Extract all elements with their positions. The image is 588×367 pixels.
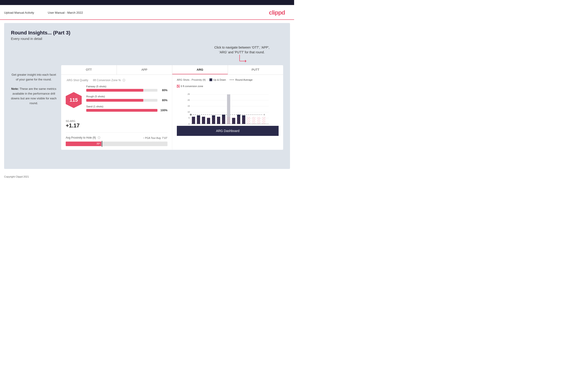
- prox-label: Avg Proximity to Hole (ft) ⓘ: [66, 136, 100, 140]
- top-bar: [0, 0, 294, 5]
- svg-text:8: 8: [264, 114, 265, 116]
- prox-bar-track: 77': [66, 142, 167, 146]
- chart-svg: 0 5 10 15 20 25: [177, 89, 279, 126]
- legend-round-avg: Round Average: [235, 78, 253, 81]
- annotation-text: Click to navigate between 'OTT', 'APP','…: [214, 45, 269, 55]
- bar-pct-sand: 100%: [159, 109, 167, 112]
- sg-label: SG ARG: [66, 120, 167, 122]
- proximity-section: Avg Proximity to Hole (ft) ⓘ ↑ PGA Tour …: [66, 133, 167, 146]
- copyright: Copyright Clippd 2021: [0, 172, 294, 181]
- tab-arg[interactable]: ARG: [172, 65, 228, 75]
- svg-rect-20: [192, 117, 195, 124]
- bar-pct-rough: 80%: [159, 99, 167, 102]
- svg-rect-38: [237, 117, 240, 124]
- bar-row-fairway: Fairway (5 shots) 80%: [86, 85, 167, 92]
- page-title: Round Insights... (Part 3): [11, 30, 283, 36]
- tab-ott[interactable]: OTT: [61, 65, 117, 75]
- svg-rect-40: [242, 117, 245, 124]
- help-icon[interactable]: ⓘ: [122, 79, 125, 82]
- bar-row-rough: Rough (5 shots) 80%: [86, 95, 167, 102]
- page-subtitle: Every round in detail: [11, 37, 283, 41]
- main-content: Round Insights... (Part 3) Every round i…: [4, 23, 290, 169]
- svg-rect-30: [217, 117, 220, 124]
- content-area: Get greater insight into each facet of y…: [11, 45, 283, 150]
- svg-text:5: 5: [189, 117, 190, 119]
- section-header-quality: ARG Shot Quality 6ft Conversion Zone % ⓘ: [66, 78, 167, 82]
- svg-rect-34: [227, 117, 230, 124]
- chart-area: 0 5 10 15 20 25: [177, 89, 279, 126]
- card: OTT APP ARG PUTT ARG Shot Quality 6ft Co…: [61, 65, 283, 150]
- svg-marker-2: [245, 60, 246, 62]
- bars-area: Fairway (5 shots) 80% Rou: [86, 85, 167, 115]
- user-manual-label: User Manual - March 2022: [48, 11, 83, 14]
- sg-section: SG ARG +1.17: [66, 120, 167, 129]
- svg-text:0: 0: [189, 123, 190, 125]
- svg-rect-36: [232, 117, 235, 124]
- right-panel: Click to navigate between 'OTT', 'APP','…: [61, 45, 283, 150]
- legend-dashed-icon: [230, 80, 234, 80]
- tabs: OTT APP ARG PUTT: [61, 65, 283, 75]
- left-col: ARG Shot Quality 6ft Conversion Zone % ⓘ…: [61, 75, 172, 150]
- svg-text:15: 15: [188, 105, 190, 107]
- svg-rect-32: [222, 117, 225, 124]
- prox-value: 77': [96, 142, 100, 145]
- left-panel: Get greater insight into each facet of y…: [11, 45, 57, 150]
- legend-hatch-icon: [177, 85, 180, 88]
- annotation-area: Click to navigate between 'OTT', 'APP','…: [61, 45, 283, 64]
- annotation-arrow: [235, 55, 249, 64]
- sg-value: +1.17: [66, 122, 167, 129]
- bar-row-sand: Sand (1 shots) 100%: [86, 105, 167, 112]
- insight-text: Get greater insight into each facet of y…: [11, 73, 57, 106]
- hexagon-score: 115: [66, 92, 82, 108]
- svg-text:25: 25: [188, 93, 190, 95]
- help-icon-prox[interactable]: ⓘ: [98, 136, 100, 139]
- legend-up-down: Up & Down: [213, 78, 226, 81]
- svg-rect-26: [207, 117, 210, 124]
- svg-rect-43: [257, 117, 260, 124]
- bar-label-rough: Rough (5 shots): [86, 95, 167, 98]
- bar-label-sand: Sand (1 shots): [86, 105, 167, 108]
- svg-rect-42: [252, 117, 255, 124]
- tab-putt[interactable]: PUTT: [228, 65, 283, 75]
- legend-box-icon: [209, 78, 212, 81]
- right-col: ARG Shots - Proximity (ft) Up & Down Rou…: [172, 75, 283, 150]
- prox-avg-label: ↑ PGA Tour Avg: 7'10": [143, 137, 167, 139]
- bar-label-fairway: Fairway (5 shots): [86, 85, 167, 88]
- svg-rect-22: [197, 117, 200, 124]
- svg-text:20: 20: [188, 99, 190, 101]
- tab-app[interactable]: APP: [117, 65, 173, 75]
- hex-score-area: 115 Fairway (5 shots) 80%: [66, 85, 167, 115]
- svg-text:10: 10: [188, 111, 190, 113]
- svg-rect-28: [212, 117, 215, 124]
- prox-cursor: [102, 141, 102, 147]
- svg-rect-41: [247, 117, 250, 124]
- chart-header: ARG Shots - Proximity (ft) Up & Down Rou…: [177, 78, 279, 88]
- bar-pct-fairway: 80%: [159, 89, 167, 92]
- upload-link[interactable]: Upload Manual Activity: [4, 11, 34, 14]
- card-body: ARG Shot Quality 6ft Conversion Zone % ⓘ…: [61, 75, 283, 150]
- svg-rect-24: [202, 117, 205, 124]
- svg-point-16: [190, 114, 192, 116]
- header: Upload Manual Activity User Manual - Mar…: [0, 5, 294, 20]
- logo: clippd: [269, 9, 285, 16]
- legend-conversion: 6 ft conversion zone: [181, 85, 203, 88]
- svg-rect-44: [262, 117, 265, 124]
- arg-dashboard-button[interactable]: ARG Dashboard: [177, 126, 279, 136]
